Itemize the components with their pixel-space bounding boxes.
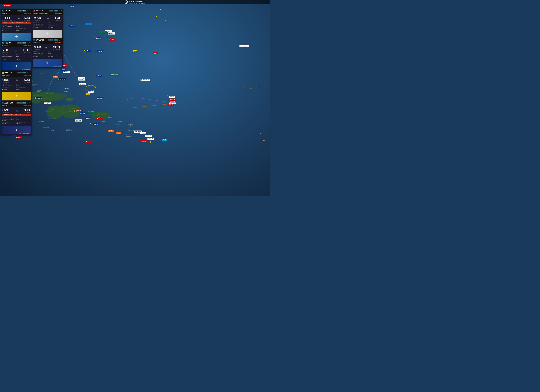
abx3139-star[interactable]: ☆ xyxy=(27,102,29,104)
jbu353-header: JB JBU353 B6353 A320 ☆ ✕ xyxy=(1,9,32,12)
southwest-label: Southwest xyxy=(3,5,11,6)
ibe0379-header: IB IBE0379 IB379 A332 ☆ ✕ xyxy=(32,9,63,12)
nks172-card: NK NKS172 NK172 A21N ☆ ✕ Spirit Airlines… xyxy=(1,71,32,101)
netjets-label-3: NETJETS xyxy=(63,71,70,73)
aircraft-17: ✈ xyxy=(44,101,46,104)
jbu353-airline-icon: JB xyxy=(2,10,4,12)
wfl3409-actions[interactable]: ☆ ✕ xyxy=(58,39,62,41)
rouge-label-1: rouge xyxy=(153,52,158,54)
ibe0379-callout: IBE0379 xyxy=(169,96,175,98)
abx3139-to-name: SAN JUAN xyxy=(24,112,30,113)
winair-label-3: WINAIR xyxy=(147,138,154,140)
tsc498-info: AIRCRAFT Airbus A330-343 ETA 20:27 REGIS… xyxy=(1,54,32,61)
jbu353-star[interactable]: ☆ xyxy=(27,10,29,12)
jbu353-from-name: FORT LAUDERDALE xyxy=(2,20,13,21)
abx3139-actions[interactable]: ☆ ✕ xyxy=(27,102,31,104)
abx3139-id: ABX3139 xyxy=(5,102,16,104)
ibe0379-star[interactable]: ☆ xyxy=(58,10,60,12)
aircraft-aircanada: ✈ xyxy=(250,87,252,90)
nks172-to-code: SJU xyxy=(24,78,30,82)
nks172-actions[interactable]: ☆ ✕ xyxy=(27,72,31,74)
header-bar: ⊙ flightradar24 LIVE AIR TRAFFIC xyxy=(0,0,270,4)
wfl3409-from-name: MADRID xyxy=(34,49,41,50)
wfl3409-airline-icon: W2 xyxy=(33,39,35,41)
aircraft-14: ✈ xyxy=(97,97,98,100)
tsc498-from-name: MONTREAL xyxy=(2,52,9,53)
jbu353-route: FLL FORT LAUDERDALE ✈ SJU SAN JUAN xyxy=(1,15,32,21)
jbu353-callout: JBU353jetBlue xyxy=(61,67,66,71)
tsc498-to-name: PUNTA CANA xyxy=(23,52,30,53)
aircraft-ibe: ✈ xyxy=(167,95,168,97)
nks172-airline: Spirit Airlines flightradar24 xyxy=(1,74,32,77)
aircraft-5: ✈ xyxy=(95,36,97,39)
jbu353-actions[interactable]: ☆ ✕ xyxy=(27,10,31,12)
tsc498-star[interactable]: ☆ xyxy=(27,42,29,44)
nks172-badge1: NK172 xyxy=(17,72,22,73)
wfl3409-photo: ✈ © Patrice_spotting xyxy=(33,59,62,67)
abx3139-card: AZ ABX3139 GB3139 B763 ☆ ✕ Amazon Air fl… xyxy=(1,101,32,135)
ibe0379-actions[interactable]: ☆ ✕ xyxy=(58,10,62,12)
abx3139-close[interactable]: ✕ xyxy=(29,102,31,104)
jetblue-label-7: jetBlue xyxy=(80,112,85,115)
abx3139-badges: GB3139 B763 xyxy=(16,102,26,104)
tsc498-route: YUL MONTREAL ✈ PUJ PUNTA CANA xyxy=(1,47,32,54)
aircraft-21: ✈ xyxy=(90,122,91,125)
aircraft-15: ✈ xyxy=(140,79,142,81)
abx3139-info: AIRCRAFT Boeing 767-36N(ER)(BDSF) ETA 20… xyxy=(1,116,32,126)
delta-label-2: △ DELTA xyxy=(75,110,82,112)
ibe0379-airline: Iberia (Oneworld Livery) flightradar24 xyxy=(32,12,63,15)
wfl3409-close[interactable]: ✕ xyxy=(61,39,62,41)
puerto-rico-label: Puerto Rico xyxy=(97,114,105,115)
jbu353-badge2: A320 xyxy=(22,10,26,11)
abx3139-route: CVG CINCINNATI 🔧 SJU SAN JUAN xyxy=(1,107,32,114)
air-canada-label: AIR CANADA xyxy=(240,45,249,47)
nks172-info: AIRCRAFT Airbus A321-271NX ETA 20:21 REG… xyxy=(1,84,32,91)
ibe0379-close[interactable]: ✕ xyxy=(61,10,62,12)
fr24-subtitle: LIVE AIR TRAFFIC xyxy=(129,3,145,4)
jetblue-label-3: jetBlue xyxy=(85,50,91,52)
abx3139-airline-icon: AZ xyxy=(2,102,4,104)
tsc498-actions[interactable]: ☆ ✕ xyxy=(27,42,31,44)
jbu353-close[interactable]: ✕ xyxy=(29,10,31,12)
header-logo: ⊙ flightradar24 LIVE AIR TRAFFIC xyxy=(125,0,145,4)
jbu353-badges: B6353 A320 xyxy=(17,10,26,11)
aircraft-38: ✈ xyxy=(263,139,265,142)
jbu353-from-code: FLL xyxy=(2,16,13,20)
nks172-star[interactable]: ☆ xyxy=(27,72,29,74)
jbu353-card: JB JBU353 B6353 A320 ☆ ✕ JetBlue flightr… xyxy=(1,9,32,41)
wfl3409-arrow: ✈ xyxy=(45,46,47,49)
nks172-airline-icon: NK xyxy=(2,72,4,74)
nks172-from-code: ORD xyxy=(2,78,10,82)
nks172-badge2: A21N xyxy=(22,72,26,73)
nks172-badges: NK172 A21N xyxy=(17,72,26,73)
wfl3409-star[interactable]: ☆ xyxy=(58,39,60,41)
ibe0379-from-name: MADRID xyxy=(34,20,41,21)
jbu353-photo: ✈ © Daniel Koskar xyxy=(2,33,31,41)
air-transat-below-callout: Air transat xyxy=(79,83,86,85)
tsc498-to-code: PUJ xyxy=(23,48,30,52)
wfl3409-fr24: flightradar24 xyxy=(55,42,62,43)
jbu353-badge1: B6353 xyxy=(17,10,22,11)
tsc498-id: TSC498 xyxy=(5,42,17,44)
abx3139-fr24: flightradar24 xyxy=(24,105,31,106)
wfl3409-card: W2 WFL3409 2W3409 A359 ☆ ✕ World2Fly fli… xyxy=(32,38,63,68)
aircraft-22: ✈ xyxy=(94,123,95,126)
netjets-label-2: NETJETS xyxy=(108,32,115,35)
ibe0379-arrow: ✈ xyxy=(47,17,49,20)
aircraft-6: ✈ xyxy=(103,32,105,34)
wfl3409-badges: 2W3409 A359 xyxy=(48,39,58,41)
avianca-label-3: Avianca xyxy=(85,141,92,143)
jbu353-fr24: flightradar24 xyxy=(24,13,31,14)
aircraft-19: ✈ xyxy=(87,112,89,114)
ibe0379-id: IBE0379 xyxy=(36,10,49,12)
tsc498-close[interactable]: ✕ xyxy=(29,42,31,44)
nks172-arrow: ✈ xyxy=(16,79,18,82)
tsc498-airline: Air Transat flightradar24 xyxy=(1,45,32,47)
nks172-route: ORD CHICAGO ✈ SJU SAN JUAN xyxy=(1,77,32,84)
rouge-label-2: rouge xyxy=(110,39,115,40)
aircraft-10: ✈ xyxy=(94,50,96,52)
wfl3409-badge1: 2W3409 xyxy=(48,39,54,41)
ibe0379-from-code: MAD xyxy=(34,16,41,20)
aircraft-11: ✈ xyxy=(132,50,134,53)
nks172-close[interactable]: ✕ xyxy=(29,72,31,74)
